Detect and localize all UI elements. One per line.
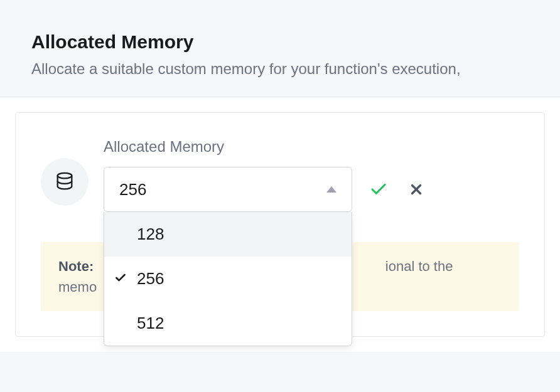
memory-select[interactable]: 256 [104,167,352,212]
header-section: Allocated Memory Allocate a suitable cus… [0,0,560,97]
confirm-button[interactable] [367,178,390,201]
note-label: Note: [58,258,94,274]
option-label: 256 [137,269,164,289]
svg-point-0 [58,173,72,179]
field-row: Allocated Memory 256 128 [41,138,519,212]
note-left: memo [58,279,97,295]
page-title: Allocated Memory [31,31,529,53]
database-icon-circle [41,158,89,206]
memory-card: Allocated Memory 256 128 [15,112,545,337]
check-icon [369,180,388,199]
note-right: ional to the [385,258,453,274]
page-subtitle: Allocate a suitable custom memory for yo… [31,60,529,78]
dropdown-option-128[interactable]: 128 [104,212,352,257]
close-icon [408,181,424,198]
select-value: 256 [119,180,146,199]
dropdown-option-512[interactable]: 512 [104,301,352,346]
select-row: 256 128 [104,167,519,212]
field-label: Allocated Memory [104,138,519,156]
option-label: 128 [137,225,164,244]
option-label: 512 [137,314,164,333]
check-icon [114,269,127,289]
content-area: Allocated Memory 256 128 [0,97,560,352]
select-wrapper: 256 128 [104,167,352,212]
dropdown-option-256[interactable]: 256 [104,257,352,301]
cancel-button[interactable] [405,178,428,201]
database-icon [54,171,75,193]
caret-up-icon [326,186,337,193]
memory-dropdown: 128 256 512 [104,212,352,346]
field-content: Allocated Memory 256 128 [104,138,519,212]
